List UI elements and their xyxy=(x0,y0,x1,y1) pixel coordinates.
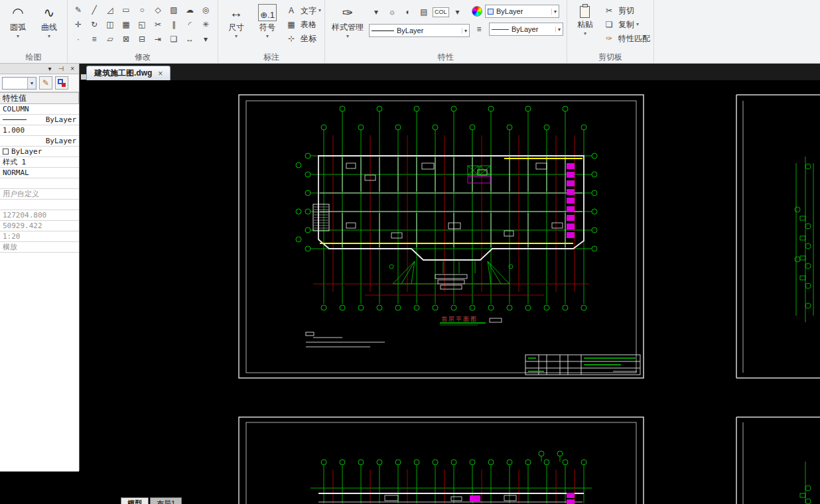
text-button[interactable]: A 文字 ▾ xyxy=(284,5,321,17)
mirror-icon[interactable]: ◫ xyxy=(103,18,117,31)
point-icon[interactable]: ∙ xyxy=(71,32,86,46)
dimension-icon: ↔ xyxy=(230,4,243,21)
property-row[interactable]: 样式 1 xyxy=(0,157,79,168)
property-row[interactable]: 1.000 xyxy=(0,125,79,136)
polygon-icon[interactable]: ◇ xyxy=(151,3,165,17)
cut-button[interactable]: ✂ 剪切 xyxy=(602,5,650,17)
circle-icon[interactable]: ○ xyxy=(135,3,149,17)
arc-button[interactable]: ◠ 圆弧 ▾ xyxy=(3,2,33,48)
tab-model[interactable]: 模型 xyxy=(121,497,149,504)
chevron-down-icon[interactable]: ▾ xyxy=(369,5,383,19)
properties-sidebar: ▾ ⊣ × ▾ ✎ 特性值 COLUMN ByLayer 1.000 ByLay… xyxy=(0,64,80,471)
stretch-icon[interactable]: ⇥ xyxy=(151,32,165,46)
copy-object-icon[interactable]: ❏ xyxy=(167,32,181,46)
chevron-down-icon: ▾ xyxy=(555,27,561,32)
property-row[interactable]: 1:20 xyxy=(0,231,79,242)
quick-select-button[interactable] xyxy=(55,76,68,90)
scale-icon[interactable]: ◱ xyxy=(135,18,149,31)
color-box[interactable]: COL xyxy=(433,7,449,17)
property-row[interactable]: ByLayer xyxy=(0,147,79,157)
copy-icon: ❏ xyxy=(602,18,616,31)
property-value: ByLayer xyxy=(46,115,76,124)
cad-drawing[interactable]: 首层平面图 xyxy=(80,64,820,504)
panel-modify: ✎ ╱ ◿ ▭ ○ ◇ ▨ ☁ ◎ ✛ ↻ ◫ ▦ ◱ ✂ ∥ ◜ ✳ ∙ ≡ xyxy=(68,0,218,63)
revision-cloud-icon[interactable]: ☁ xyxy=(182,3,197,17)
close-icon[interactable]: × xyxy=(70,65,74,72)
tab-layout1-label: 布局1 xyxy=(157,499,175,504)
donut-icon[interactable]: ◎ xyxy=(198,3,213,17)
property-row[interactable]: ByLayer xyxy=(0,136,79,147)
drawing-canvas[interactable]: 首层平面图 xyxy=(80,64,820,504)
coordinate-button[interactable]: ⊹ 坐标 xyxy=(284,32,321,44)
color-dropdown[interactable]: ByLayer ▾ xyxy=(489,23,563,36)
offset-icon[interactable]: ∥ xyxy=(167,18,181,31)
chevron-down-icon: ▾ xyxy=(346,34,349,39)
hatch-icon[interactable]: ▨ xyxy=(167,3,181,17)
contrast-icon[interactable]: ◐ xyxy=(401,5,415,19)
chevron-down-icon: ▾ xyxy=(266,34,269,39)
curve-button[interactable]: ∿ 曲线 ▾ xyxy=(34,2,64,48)
section-label: 用户自定义 xyxy=(3,189,39,199)
measure-icon[interactable]: ↔ xyxy=(182,32,197,46)
copy-button[interactable]: ❏ 复制 ▾ xyxy=(602,19,650,31)
sheet1-title-group: 首层平面图 xyxy=(440,316,502,325)
linetype-dropdown[interactable]: ByLayer ▾ xyxy=(369,24,470,37)
lineweight-icon[interactable]: ≡ xyxy=(472,23,486,36)
fillet-icon[interactable]: ◜ xyxy=(182,18,197,31)
sheet1-entrance-canopy xyxy=(389,261,513,284)
match-properties-label: 特性匹配 xyxy=(618,33,650,44)
rotate-icon[interactable]: ↻ xyxy=(87,18,102,31)
move-icon[interactable]: ✛ xyxy=(71,18,86,31)
property-row[interactable]: ByLayer xyxy=(0,115,79,125)
match-properties-button[interactable]: ✑ 特性匹配 xyxy=(602,32,650,44)
selection-dropdown[interactable]: ▾ xyxy=(2,77,36,90)
symbol-button[interactable]: ⊕.1 符号 ▾ xyxy=(253,2,282,48)
sheet2-axis-bubbles xyxy=(321,451,586,465)
multiline-icon[interactable]: ≡ xyxy=(87,32,102,46)
dimension-button[interactable]: ↔ 尺寸 ▾ xyxy=(222,2,251,48)
property-row[interactable]: 横放 xyxy=(0,242,79,253)
property-row[interactable]: COLUMN xyxy=(0,104,79,115)
paste-button-label: 粘贴 xyxy=(577,19,593,31)
paste-button[interactable]: 粘贴 ▾ xyxy=(571,2,600,48)
brightness-icon[interactable]: ☼ xyxy=(385,5,399,19)
panel-label-properties: 特性 xyxy=(325,52,567,63)
chevron-down-icon[interactable]: ▾ xyxy=(450,5,465,19)
explode-icon[interactable]: ✳ xyxy=(198,18,213,31)
modify-icon-grid: ✎ ╱ ◿ ▭ ○ ◇ ▨ ☁ ◎ ✛ ↻ ◫ ▦ ◱ ✂ ∥ ◜ ✳ ∙ ≡ xyxy=(71,2,214,47)
erase-icon[interactable]: ⊠ xyxy=(119,32,133,46)
line-icon[interactable]: ╱ xyxy=(87,3,102,17)
linetype-value: ByLayer xyxy=(397,27,423,34)
chevron-down-icon[interactable]: ▾ xyxy=(48,65,51,72)
property-row[interactable]: 50929.422 xyxy=(0,221,79,231)
style-manager-button[interactable]: ✑ 样式管理 ▾ xyxy=(328,2,367,48)
coordinate-icon: ⊹ xyxy=(284,32,299,45)
chevron-down-icon: ▾ xyxy=(462,28,467,34)
break-icon[interactable]: ⊟ xyxy=(135,32,149,46)
color-wheel-icon[interactable] xyxy=(472,6,482,17)
document-tab[interactable]: 建筑施工图.dwg × xyxy=(86,66,171,80)
chevron-down-icon[interactable]: ▾ xyxy=(198,32,213,46)
close-icon[interactable]: × xyxy=(158,69,163,78)
spray-icon[interactable]: ▱ xyxy=(103,32,117,46)
property-value: NORMAL xyxy=(3,168,29,177)
match-properties-tool-button[interactable]: ✎ xyxy=(39,76,52,90)
rectangle-icon[interactable]: ▭ xyxy=(119,3,133,17)
color-sample xyxy=(492,29,509,30)
array-icon[interactable]: ▦ xyxy=(119,18,133,31)
right-sheet2 xyxy=(736,417,820,504)
trim-icon[interactable]: ✂ xyxy=(151,18,165,31)
pin-icon[interactable]: ⊣ xyxy=(58,65,64,72)
panel-label-draw: 绘图 xyxy=(0,52,67,63)
polyline-icon[interactable]: ◿ xyxy=(103,3,117,17)
layer-dropdown[interactable]: ByLayer ▾ xyxy=(485,5,559,18)
layout-tab-bar: 模型 布局1 xyxy=(121,497,182,504)
tab-layout1[interactable]: 布局1 xyxy=(150,497,182,504)
sheet2-border xyxy=(239,417,644,504)
pencil-icon[interactable]: ✎ xyxy=(71,3,86,17)
plot-style-icon[interactable]: ▤ xyxy=(417,5,431,19)
property-row[interactable]: NORMAL xyxy=(0,168,79,178)
table-button[interactable]: ▦ 表格 xyxy=(284,19,321,31)
property-row[interactable]: 127204.800 xyxy=(0,210,79,221)
text-icon: A xyxy=(284,4,299,17)
